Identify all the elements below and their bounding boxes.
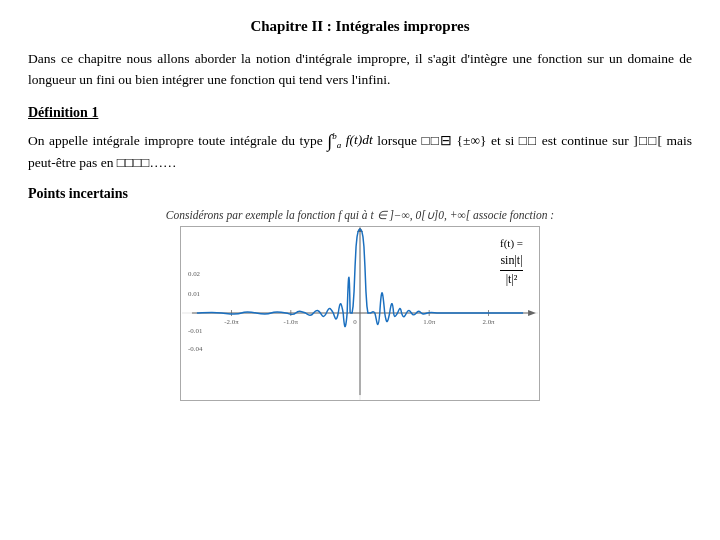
svg-text:-0.04: -0.04	[188, 345, 203, 352]
svg-text:-2.0π: -2.0π	[224, 318, 239, 325]
points-title: Points incertains	[28, 186, 692, 202]
def-text-1: On appelle intégrale impropre toute inté…	[28, 132, 323, 147]
graph-container: f(t) = sin|t| |t|² -2.0π -1.0π	[180, 226, 540, 401]
formula-label: f(t) =	[500, 237, 523, 249]
formula-denominator: |t|²	[500, 271, 523, 288]
formula-box: f(t) = sin|t| |t|²	[500, 235, 523, 287]
chapter-title: Chapitre II : Intégrales impropres	[28, 18, 692, 35]
definition-paragraph: On appelle intégrale impropre toute inté…	[28, 129, 692, 174]
graph-area: Considérons par exemple la fonction f qu…	[28, 208, 692, 401]
svg-text:0: 0	[353, 318, 357, 325]
page-content: Chapitre II : Intégrales impropres Dans …	[0, 0, 720, 540]
svg-text:0.02: 0.02	[188, 270, 201, 277]
svg-text:0.01: 0.01	[188, 290, 201, 297]
svg-text:-1.0π: -1.0π	[284, 318, 299, 325]
svg-text:-0.01: -0.01	[188, 327, 203, 334]
svg-text:1.0π: 1.0π	[423, 318, 436, 325]
definition-heading: Définition 1	[28, 105, 692, 121]
svg-text:2.0π: 2.0π	[482, 318, 495, 325]
intro-paragraph: Dans ce chapitre nous allons aborder la …	[28, 49, 692, 91]
formula-numerator: sin|t|	[500, 252, 523, 271]
function-graph: -2.0π -1.0π 1.0π 2.0π 0 0.02 0.01 -0.01 …	[181, 227, 539, 400]
integral-expression: ∫ba f(t)dt	[327, 132, 377, 147]
graph-caption: Considérons par exemple la fonction f qu…	[166, 208, 554, 222]
